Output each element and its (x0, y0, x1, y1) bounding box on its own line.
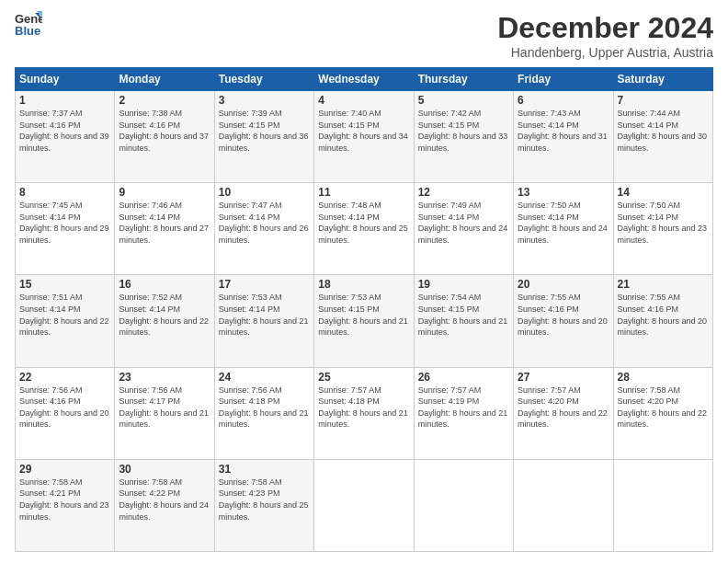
calendar-cell: 28Sunrise: 7:58 AMSunset: 4:20 PMDayligh… (613, 367, 712, 459)
day-number: 10 (219, 186, 310, 199)
svg-text:Blue: Blue (15, 24, 40, 37)
cell-content: Sunrise: 7:50 AMSunset: 4:14 PMDaylight:… (518, 200, 609, 246)
day-number: 25 (318, 371, 409, 384)
day-number: 8 (19, 186, 110, 199)
day-number: 24 (219, 371, 310, 384)
day-number: 14 (618, 186, 709, 199)
calendar-cell: 23Sunrise: 7:56 AMSunset: 4:17 PMDayligh… (115, 367, 214, 459)
calendar-cell: 20Sunrise: 7:55 AMSunset: 4:16 PMDayligh… (514, 275, 613, 367)
day-number: 2 (119, 94, 210, 107)
day-number: 22 (19, 371, 110, 384)
calendar-cell: 16Sunrise: 7:52 AMSunset: 4:14 PMDayligh… (115, 275, 214, 367)
day-number: 12 (418, 186, 509, 199)
day-number: 3 (219, 94, 310, 107)
header: General Blue December 2024 Handenberg, U… (15, 11, 713, 60)
week-row: 29Sunrise: 7:58 AMSunset: 4:21 PMDayligh… (16, 459, 713, 551)
cell-content: Sunrise: 7:58 AMSunset: 4:23 PMDaylight:… (219, 477, 310, 523)
day-number: 31 (219, 463, 310, 476)
cell-content: Sunrise: 7:40 AMSunset: 4:15 PMDaylight:… (318, 108, 409, 154)
calendar-cell: 10Sunrise: 7:47 AMSunset: 4:14 PMDayligh… (214, 183, 313, 275)
cell-content: Sunrise: 7:58 AMSunset: 4:20 PMDaylight:… (618, 385, 709, 431)
cell-content: Sunrise: 7:52 AMSunset: 4:14 PMDaylight:… (119, 292, 210, 338)
cell-content: Sunrise: 7:57 AMSunset: 4:18 PMDaylight:… (318, 385, 409, 431)
cell-content: Sunrise: 7:56 AMSunset: 4:16 PMDaylight:… (19, 385, 110, 431)
calendar-cell: 21Sunrise: 7:55 AMSunset: 4:16 PMDayligh… (613, 275, 712, 367)
calendar-cell: 25Sunrise: 7:57 AMSunset: 4:18 PMDayligh… (314, 367, 414, 459)
col-header-saturday: Saturday (613, 68, 712, 91)
day-number: 18 (318, 278, 409, 291)
calendar-cell: 3Sunrise: 7:39 AMSunset: 4:15 PMDaylight… (214, 91, 313, 183)
calendar-cell (414, 459, 513, 551)
day-number: 1 (19, 94, 110, 107)
cell-content: Sunrise: 7:39 AMSunset: 4:15 PMDaylight:… (219, 108, 310, 154)
calendar-cell: 30Sunrise: 7:58 AMSunset: 4:22 PMDayligh… (115, 459, 214, 551)
calendar-cell: 22Sunrise: 7:56 AMSunset: 4:16 PMDayligh… (16, 367, 115, 459)
calendar-cell: 29Sunrise: 7:58 AMSunset: 4:21 PMDayligh… (16, 459, 115, 551)
cell-content: Sunrise: 7:50 AMSunset: 4:14 PMDaylight:… (618, 200, 709, 246)
calendar-cell: 12Sunrise: 7:49 AMSunset: 4:14 PMDayligh… (414, 183, 513, 275)
calendar-cell: 11Sunrise: 7:48 AMSunset: 4:14 PMDayligh… (314, 183, 414, 275)
calendar-cell: 17Sunrise: 7:53 AMSunset: 4:14 PMDayligh… (214, 275, 313, 367)
cell-content: Sunrise: 7:48 AMSunset: 4:14 PMDaylight:… (318, 200, 409, 246)
cell-content: Sunrise: 7:56 AMSunset: 4:17 PMDaylight:… (119, 385, 210, 431)
page: General Blue December 2024 Handenberg, U… (0, 0, 728, 563)
day-number: 27 (518, 371, 609, 384)
col-header-friday: Friday (514, 68, 613, 91)
day-number: 19 (418, 278, 509, 291)
day-number: 5 (418, 94, 509, 107)
calendar-cell: 18Sunrise: 7:53 AMSunset: 4:15 PMDayligh… (314, 275, 414, 367)
calendar-cell: 6Sunrise: 7:43 AMSunset: 4:14 PMDaylight… (514, 91, 613, 183)
cell-content: Sunrise: 7:55 AMSunset: 4:16 PMDaylight:… (518, 292, 609, 338)
cell-content: Sunrise: 7:56 AMSunset: 4:18 PMDaylight:… (219, 385, 310, 431)
col-header-wednesday: Wednesday (314, 68, 414, 91)
week-row: 15Sunrise: 7:51 AMSunset: 4:14 PMDayligh… (16, 275, 713, 367)
day-number: 15 (19, 278, 110, 291)
day-number: 29 (19, 463, 110, 476)
calendar-cell: 9Sunrise: 7:46 AMSunset: 4:14 PMDaylight… (115, 183, 214, 275)
col-header-thursday: Thursday (414, 68, 513, 91)
cell-content: Sunrise: 7:42 AMSunset: 4:15 PMDaylight:… (418, 108, 509, 154)
day-number: 9 (119, 186, 210, 199)
day-number: 26 (418, 371, 509, 384)
title-block: December 2024 Handenberg, Upper Austria,… (497, 11, 713, 60)
cell-content: Sunrise: 7:58 AMSunset: 4:21 PMDaylight:… (19, 477, 110, 523)
day-number: 30 (119, 463, 210, 476)
cell-content: Sunrise: 7:54 AMSunset: 4:15 PMDaylight:… (418, 292, 509, 338)
day-number: 11 (318, 186, 409, 199)
calendar-cell: 4Sunrise: 7:40 AMSunset: 4:15 PMDaylight… (314, 91, 414, 183)
cell-content: Sunrise: 7:57 AMSunset: 4:20 PMDaylight:… (518, 385, 609, 431)
logo: General Blue (15, 11, 42, 37)
calendar-cell (514, 459, 613, 551)
calendar-cell: 2Sunrise: 7:38 AMSunset: 4:16 PMDaylight… (115, 91, 214, 183)
week-row: 22Sunrise: 7:56 AMSunset: 4:16 PMDayligh… (16, 367, 713, 459)
day-number: 23 (119, 371, 210, 384)
cell-content: Sunrise: 7:46 AMSunset: 4:14 PMDaylight:… (119, 200, 210, 246)
cell-content: Sunrise: 7:58 AMSunset: 4:22 PMDaylight:… (119, 477, 210, 523)
calendar-cell: 5Sunrise: 7:42 AMSunset: 4:15 PMDaylight… (414, 91, 513, 183)
cell-content: Sunrise: 7:38 AMSunset: 4:16 PMDaylight:… (119, 108, 210, 154)
calendar-cell: 8Sunrise: 7:45 AMSunset: 4:14 PMDaylight… (16, 183, 115, 275)
cell-content: Sunrise: 7:37 AMSunset: 4:16 PMDaylight:… (19, 108, 110, 154)
day-number: 17 (219, 278, 310, 291)
cell-content: Sunrise: 7:53 AMSunset: 4:14 PMDaylight:… (219, 292, 310, 338)
day-number: 13 (518, 186, 609, 199)
cell-content: Sunrise: 7:53 AMSunset: 4:15 PMDaylight:… (318, 292, 409, 338)
subtitle: Handenberg, Upper Austria, Austria (497, 45, 713, 60)
day-number: 4 (318, 94, 409, 107)
col-header-monday: Monday (115, 68, 214, 91)
cell-content: Sunrise: 7:55 AMSunset: 4:16 PMDaylight:… (618, 292, 709, 338)
week-row: 8Sunrise: 7:45 AMSunset: 4:14 PMDaylight… (16, 183, 713, 275)
calendar-cell: 31Sunrise: 7:58 AMSunset: 4:23 PMDayligh… (214, 459, 313, 551)
cell-content: Sunrise: 7:44 AMSunset: 4:14 PMDaylight:… (618, 108, 709, 154)
calendar-cell: 19Sunrise: 7:54 AMSunset: 4:15 PMDayligh… (414, 275, 513, 367)
cell-content: Sunrise: 7:45 AMSunset: 4:14 PMDaylight:… (19, 200, 110, 246)
col-header-tuesday: Tuesday (214, 68, 313, 91)
calendar-cell: 1Sunrise: 7:37 AMSunset: 4:16 PMDaylight… (16, 91, 115, 183)
day-number: 28 (618, 371, 709, 384)
cell-content: Sunrise: 7:51 AMSunset: 4:14 PMDaylight:… (19, 292, 110, 338)
day-number: 20 (518, 278, 609, 291)
col-header-sunday: Sunday (16, 68, 115, 91)
day-number: 16 (119, 278, 210, 291)
calendar-cell: 24Sunrise: 7:56 AMSunset: 4:18 PMDayligh… (214, 367, 313, 459)
calendar-cell: 13Sunrise: 7:50 AMSunset: 4:14 PMDayligh… (514, 183, 613, 275)
